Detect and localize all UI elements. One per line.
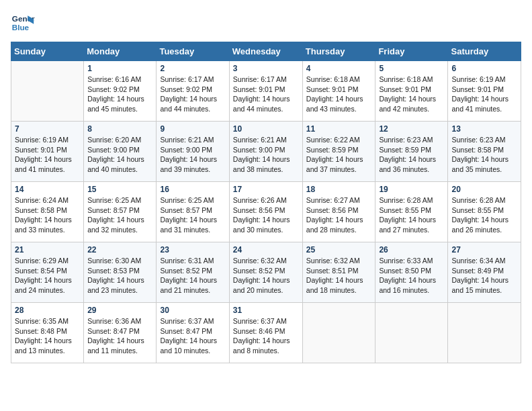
day-info: Sunrise: 6:37 AMSunset: 8:47 PMDaylight:… <box>160 316 225 356</box>
day-info: Sunrise: 6:33 AMSunset: 8:50 PMDaylight:… <box>379 256 444 295</box>
calendar-body: 1Sunrise: 6:16 AMSunset: 9:02 PMDaylight… <box>11 61 521 363</box>
calendar-cell: 17Sunrise: 6:26 AMSunset: 8:56 PMDayligh… <box>229 182 302 242</box>
calendar-cell <box>448 303 521 363</box>
day-number: 17 <box>233 185 299 194</box>
calendar-cell: 20Sunrise: 6:28 AMSunset: 8:55 PMDayligh… <box>448 182 521 242</box>
day-number: 11 <box>306 124 372 134</box>
day-info: Sunrise: 6:16 AMSunset: 9:02 PMDaylight:… <box>87 75 152 114</box>
day-number: 18 <box>306 185 372 194</box>
calendar-cell: 8Sunrise: 6:20 AMSunset: 9:00 PMDaylight… <box>84 122 157 182</box>
logo-icon: General Blue <box>11 11 35 35</box>
calendar-week-row: 14Sunrise: 6:24 AMSunset: 8:58 PMDayligh… <box>11 182 521 242</box>
day-info: Sunrise: 6:32 AMSunset: 8:51 PMDaylight:… <box>306 256 372 295</box>
calendar-week-row: 28Sunrise: 6:35 AMSunset: 8:48 PMDayligh… <box>11 303 521 363</box>
calendar-cell: 1Sunrise: 6:16 AMSunset: 9:02 PMDaylight… <box>84 61 157 122</box>
day-info: Sunrise: 6:22 AMSunset: 8:59 PMDaylight:… <box>306 135 372 175</box>
day-number: 21 <box>15 245 80 255</box>
calendar-cell: 19Sunrise: 6:28 AMSunset: 8:55 PMDayligh… <box>375 182 448 242</box>
day-number: 9 <box>160 124 225 134</box>
day-info: Sunrise: 6:25 AMSunset: 8:57 PMDaylight:… <box>160 195 225 235</box>
day-info: Sunrise: 6:36 AMSunset: 8:47 PMDaylight:… <box>87 316 152 356</box>
calendar-cell: 6Sunrise: 6:19 AMSunset: 9:01 PMDaylight… <box>448 61 521 122</box>
calendar-cell: 9Sunrise: 6:21 AMSunset: 9:00 PMDaylight… <box>157 122 229 182</box>
calendar-cell: 11Sunrise: 6:22 AMSunset: 8:59 PMDayligh… <box>302 122 375 182</box>
day-number: 2 <box>160 64 225 73</box>
calendar-cell: 16Sunrise: 6:25 AMSunset: 8:57 PMDayligh… <box>157 182 229 242</box>
day-of-week-header: Saturday <box>448 42 521 61</box>
day-of-week-header: Wednesday <box>229 42 302 61</box>
calendar-cell: 14Sunrise: 6:24 AMSunset: 8:58 PMDayligh… <box>11 182 84 242</box>
day-info: Sunrise: 6:29 AMSunset: 8:54 PMDaylight:… <box>15 256 80 295</box>
day-number: 23 <box>160 245 225 255</box>
calendar-cell: 5Sunrise: 6:18 AMSunset: 9:01 PMDaylight… <box>375 61 448 122</box>
calendar-week-row: 21Sunrise: 6:29 AMSunset: 8:54 PMDayligh… <box>11 242 521 303</box>
day-number: 12 <box>379 124 444 134</box>
day-number: 16 <box>160 185 225 194</box>
day-info: Sunrise: 6:34 AMSunset: 8:49 PMDaylight:… <box>451 256 517 295</box>
day-number: 15 <box>87 185 152 194</box>
day-number: 27 <box>451 245 517 255</box>
calendar-cell: 21Sunrise: 6:29 AMSunset: 8:54 PMDayligh… <box>11 242 84 303</box>
calendar-cell <box>302 303 375 363</box>
day-number: 31 <box>233 306 299 315</box>
calendar-header-row: SundayMondayTuesdayWednesdayThursdayFrid… <box>11 42 521 61</box>
day-number: 29 <box>87 306 152 315</box>
day-info: Sunrise: 6:20 AMSunset: 9:00 PMDaylight:… <box>87 135 152 175</box>
day-number: 25 <box>306 245 372 255</box>
calendar-cell: 29Sunrise: 6:36 AMSunset: 8:47 PMDayligh… <box>84 303 157 363</box>
calendar-week-row: 7Sunrise: 6:19 AMSunset: 9:01 PMDaylight… <box>11 122 521 182</box>
calendar-cell: 12Sunrise: 6:23 AMSunset: 8:59 PMDayligh… <box>375 122 448 182</box>
day-number: 19 <box>379 185 444 194</box>
calendar-cell: 2Sunrise: 6:17 AMSunset: 9:02 PMDaylight… <box>157 61 229 122</box>
calendar-cell <box>11 61 84 122</box>
day-info: Sunrise: 6:17 AMSunset: 9:02 PMDaylight:… <box>160 75 225 114</box>
calendar-cell: 10Sunrise: 6:21 AMSunset: 9:00 PMDayligh… <box>229 122 302 182</box>
calendar-cell: 28Sunrise: 6:35 AMSunset: 8:48 PMDayligh… <box>11 303 84 363</box>
day-of-week-header: Sunday <box>11 42 84 61</box>
calendar-cell: 3Sunrise: 6:17 AMSunset: 9:01 PMDaylight… <box>229 61 302 122</box>
day-info: Sunrise: 6:19 AMSunset: 9:01 PMDaylight:… <box>15 135 80 175</box>
day-of-week-header: Thursday <box>302 42 375 61</box>
day-number: 13 <box>451 124 517 134</box>
calendar-cell: 24Sunrise: 6:32 AMSunset: 8:52 PMDayligh… <box>229 242 302 303</box>
day-info: Sunrise: 6:19 AMSunset: 9:01 PMDaylight:… <box>451 75 517 114</box>
calendar-cell: 23Sunrise: 6:31 AMSunset: 8:52 PMDayligh… <box>157 242 229 303</box>
day-number: 30 <box>160 306 225 315</box>
calendar-cell: 31Sunrise: 6:37 AMSunset: 8:46 PMDayligh… <box>229 303 302 363</box>
calendar-cell: 26Sunrise: 6:33 AMSunset: 8:50 PMDayligh… <box>375 242 448 303</box>
calendar-cell: 25Sunrise: 6:32 AMSunset: 8:51 PMDayligh… <box>302 242 375 303</box>
day-number: 3 <box>233 64 299 73</box>
day-number: 26 <box>379 245 444 255</box>
day-info: Sunrise: 6:31 AMSunset: 8:52 PMDaylight:… <box>160 256 225 295</box>
day-number: 20 <box>451 185 517 194</box>
day-info: Sunrise: 6:17 AMSunset: 9:01 PMDaylight:… <box>233 75 299 114</box>
day-info: Sunrise: 6:26 AMSunset: 8:56 PMDaylight:… <box>233 195 299 235</box>
calendar-cell: 22Sunrise: 6:30 AMSunset: 8:53 PMDayligh… <box>84 242 157 303</box>
day-info: Sunrise: 6:23 AMSunset: 8:58 PMDaylight:… <box>451 135 517 175</box>
svg-text:Blue: Blue <box>12 23 30 32</box>
calendar-cell <box>375 303 448 363</box>
day-info: Sunrise: 6:28 AMSunset: 8:55 PMDaylight:… <box>379 195 444 235</box>
day-number: 4 <box>306 64 372 73</box>
day-number: 5 <box>379 64 444 73</box>
day-info: Sunrise: 6:18 AMSunset: 9:01 PMDaylight:… <box>379 75 444 114</box>
calendar-table: SundayMondayTuesdayWednesdayThursdayFrid… <box>11 42 521 363</box>
day-number: 14 <box>15 185 80 194</box>
day-info: Sunrise: 6:30 AMSunset: 8:53 PMDaylight:… <box>87 256 152 295</box>
day-number: 22 <box>87 245 152 255</box>
page-header: General Blue <box>11 11 521 35</box>
day-number: 7 <box>15 124 80 134</box>
calendar-cell: 27Sunrise: 6:34 AMSunset: 8:49 PMDayligh… <box>448 242 521 303</box>
day-of-week-header: Monday <box>84 42 157 61</box>
day-info: Sunrise: 6:23 AMSunset: 8:59 PMDaylight:… <box>379 135 444 175</box>
day-info: Sunrise: 6:21 AMSunset: 9:00 PMDaylight:… <box>160 135 225 175</box>
calendar-cell: 30Sunrise: 6:37 AMSunset: 8:47 PMDayligh… <box>157 303 229 363</box>
calendar-cell: 4Sunrise: 6:18 AMSunset: 9:01 PMDaylight… <box>302 61 375 122</box>
calendar-week-row: 1Sunrise: 6:16 AMSunset: 9:02 PMDaylight… <box>11 61 521 122</box>
day-number: 1 <box>87 64 152 73</box>
day-info: Sunrise: 6:37 AMSunset: 8:46 PMDaylight:… <box>233 316 299 356</box>
day-info: Sunrise: 6:18 AMSunset: 9:01 PMDaylight:… <box>306 75 372 114</box>
day-number: 10 <box>233 124 299 134</box>
day-info: Sunrise: 6:27 AMSunset: 8:56 PMDaylight:… <box>306 195 372 235</box>
day-info: Sunrise: 6:32 AMSunset: 8:52 PMDaylight:… <box>233 256 299 295</box>
